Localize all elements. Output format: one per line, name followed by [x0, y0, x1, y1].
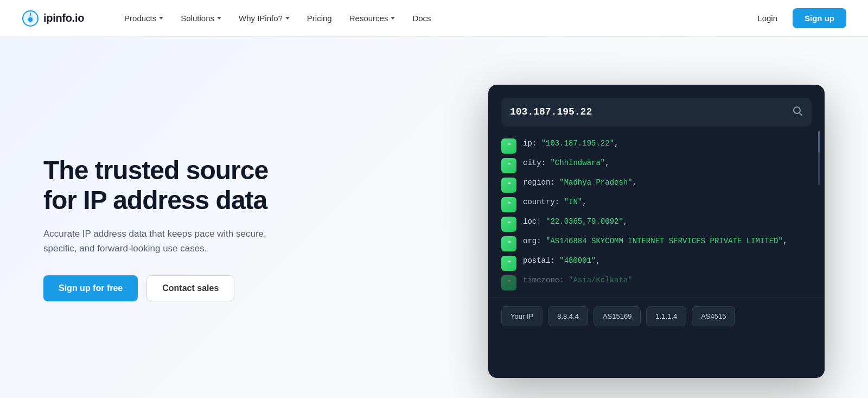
json-row: " timezone: "Asia/Kolkata" [501, 274, 812, 290]
json-icon: " [501, 197, 516, 212]
json-row: " loc: "22.0365,79.0092", [501, 216, 812, 232]
chevron-down-icon [391, 17, 395, 20]
main-nav: Products Solutions Why IPinfo? Pricing R… [117, 9, 751, 27]
json-content: " ip: "103.187.195.22", " city: "Chhindw… [488, 137, 825, 290]
login-button[interactable]: Login [751, 9, 784, 27]
nav-products[interactable]: Products [117, 9, 171, 27]
json-row: " city: "Chhindwāra", [501, 157, 812, 173]
quick-links: Your IP 8.8.4.4 AS15169 1.1.1.4 AS4515 [488, 297, 825, 335]
hero-buttons: Sign up for free Contact sales [43, 275, 304, 301]
json-field-country: country: "IN", [523, 196, 812, 209]
hero-subtitle: Accurate IP address data that keeps pace… [43, 226, 271, 256]
nav-resources[interactable]: Resources [342, 9, 403, 27]
hero-right: " ip: "103.187.195.22", " city: "Chhindw… [326, 79, 825, 378]
json-row: " region: "Madhya Pradesh", [501, 176, 812, 193]
nav-actions: Login Sign up [751, 8, 846, 28]
svg-line-4 [800, 112, 802, 115]
logo-text: ipinfo.io [43, 12, 84, 24]
search-button[interactable] [792, 105, 803, 119]
json-row: " org: "AS146884 SKYCOMM INTERNET SERVIC… [501, 235, 812, 251]
nav-why-ipinfo[interactable]: Why IPinfo? [231, 9, 297, 27]
chevron-down-icon [285, 17, 290, 20]
quick-link-8844[interactable]: 8.8.4.4 [548, 306, 588, 326]
signup-free-button[interactable]: Sign up for free [43, 275, 138, 301]
logo[interactable]: ipinfo.io [22, 10, 84, 27]
svg-point-1 [28, 17, 33, 22]
scroll-thumb [818, 131, 820, 153]
json-field-timezone: timezone: "Asia/Kolkata" [523, 274, 812, 287]
json-panel: " ip: "103.187.195.22", " city: "Chhindw… [488, 85, 825, 378]
json-field-postal: postal: "480001", [523, 255, 812, 268]
chevron-down-icon [217, 17, 221, 20]
logo-icon [22, 10, 39, 27]
json-field-region: region: "Madhya Pradesh", [523, 176, 812, 189]
json-icon: " [501, 256, 516, 271]
json-icon: " [501, 138, 516, 154]
json-field-org: org: "AS146884 SKYCOMM INTERNET SERVICES… [523, 235, 812, 248]
nav-solutions[interactable]: Solutions [173, 9, 229, 27]
hero-title: The trusted source for IP address data [43, 155, 304, 215]
signup-button[interactable]: Sign up [793, 8, 846, 28]
json-icon: " [501, 217, 516, 232]
json-icon: " [501, 178, 516, 193]
quick-link-as4515[interactable]: AS4515 [692, 306, 735, 326]
hero-left: The trusted source for IP address data A… [43, 155, 326, 301]
ip-search-input[interactable] [510, 106, 787, 117]
quick-link-your-ip[interactable]: Your IP [501, 306, 542, 326]
search-icon [792, 105, 803, 116]
json-icon: " [501, 275, 516, 290]
contact-sales-button[interactable]: Contact sales [146, 275, 234, 301]
json-field-city: city: "Chhindwāra", [523, 157, 812, 170]
nav-pricing[interactable]: Pricing [299, 9, 340, 27]
json-field-ip: ip: "103.187.195.22", [523, 137, 812, 150]
quick-link-1114[interactable]: 1.1.1.4 [646, 306, 686, 326]
nav-docs[interactable]: Docs [405, 9, 438, 27]
hero-section: The trusted source for IP address data A… [0, 37, 868, 398]
json-row: " ip: "103.187.195.22", [501, 137, 812, 154]
json-icon: " [501, 236, 516, 251]
json-row: " country: "IN", [501, 196, 812, 212]
search-bar [501, 98, 812, 127]
scroll-indicator[interactable] [818, 131, 820, 185]
json-icon: " [501, 158, 516, 173]
json-field-loc: loc: "22.0365,79.0092", [523, 216, 812, 229]
json-row: " postal: "480001", [501, 255, 812, 271]
chevron-down-icon [159, 17, 163, 20]
quick-link-as15169[interactable]: AS15169 [593, 306, 641, 326]
